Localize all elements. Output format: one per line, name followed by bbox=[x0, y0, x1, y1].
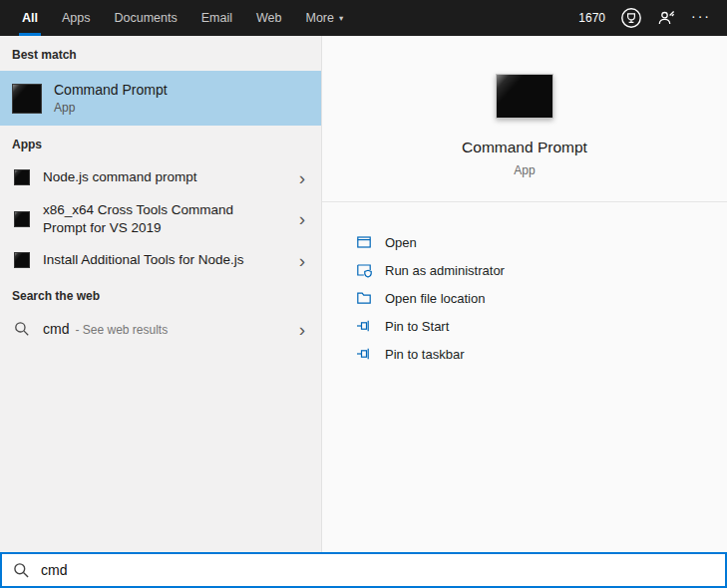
expand-chevron-icon[interactable]: › bbox=[289, 251, 315, 270]
action-pin-to-taskbar[interactable]: Pin to taskbar bbox=[356, 340, 727, 368]
tab-email[interactable]: Email bbox=[189, 0, 244, 36]
feedback-icon[interactable] bbox=[657, 9, 676, 28]
app-icon bbox=[14, 252, 30, 268]
search-the-web-header: Search the web bbox=[0, 277, 321, 312]
best-match-text: Command Prompt App bbox=[54, 82, 168, 115]
rewards-icon[interactable] bbox=[620, 7, 642, 29]
rewards-points-count: 1670 bbox=[578, 11, 605, 25]
result-web-search-cmd[interactable]: cmd- See web results › bbox=[0, 312, 321, 346]
taskbar-search-box[interactable] bbox=[0, 552, 727, 588]
search-icon bbox=[13, 562, 30, 579]
result-install-additional-tools[interactable]: Install Additional Tools for Node.js › bbox=[0, 243, 321, 277]
app-icon bbox=[14, 211, 30, 227]
search-input[interactable] bbox=[41, 562, 714, 578]
result-nodejs-command-prompt[interactable]: Node.js command prompt › bbox=[0, 160, 321, 194]
action-open-file-location[interactable]: Open file location bbox=[356, 284, 727, 312]
filter-tabs: All Apps Documents Email Web More ▾ bbox=[0, 0, 355, 36]
pin-icon bbox=[356, 318, 372, 334]
web-query: cmd bbox=[43, 321, 69, 337]
app-icon bbox=[14, 169, 30, 185]
tab-web[interactable]: Web bbox=[244, 0, 293, 36]
command-prompt-icon-large bbox=[496, 74, 553, 119]
web-result-text: cmd- See web results bbox=[43, 320, 168, 338]
action-open[interactable]: Open bbox=[356, 228, 727, 256]
result-command-prompt[interactable]: Command Prompt App bbox=[0, 71, 321, 126]
result-title: Install Additional Tools for Node.js bbox=[43, 251, 244, 269]
admin-shield-icon bbox=[356, 262, 372, 278]
preview-subtitle: App bbox=[514, 163, 535, 177]
expand-chevron-icon[interactable]: › bbox=[289, 320, 315, 339]
best-match-title: Command Prompt bbox=[54, 82, 168, 98]
open-icon bbox=[356, 234, 372, 250]
action-label: Open bbox=[385, 235, 417, 250]
topbar-right-cluster: 1670 ··· bbox=[578, 0, 727, 36]
action-run-as-administrator[interactable]: Run as administrator bbox=[356, 256, 727, 284]
folder-icon bbox=[356, 290, 372, 306]
action-label: Run as administrator bbox=[385, 263, 505, 278]
best-match-subtitle: App bbox=[54, 101, 168, 115]
tab-apps[interactable]: Apps bbox=[50, 0, 103, 36]
command-prompt-icon bbox=[12, 84, 42, 114]
tab-all[interactable]: All bbox=[10, 0, 50, 36]
tab-more[interactable]: More ▾ bbox=[293, 0, 355, 36]
best-match-header: Best match bbox=[0, 36, 321, 71]
apps-header: Apps bbox=[0, 126, 321, 160]
tab-documents[interactable]: Documents bbox=[102, 0, 188, 36]
more-options-icon[interactable]: ··· bbox=[691, 8, 711, 28]
result-title: Node.js command prompt bbox=[43, 168, 197, 186]
tab-more-label: More bbox=[305, 11, 333, 25]
expand-chevron-icon[interactable]: › bbox=[289, 168, 315, 187]
chevron-down-icon: ▾ bbox=[339, 13, 343, 23]
result-x86-x64-cross-tools[interactable]: x86_x64 Cross Tools Command Prompt for V… bbox=[0, 194, 321, 243]
preview-title: Command Prompt bbox=[462, 139, 587, 156]
action-label: Pin to taskbar bbox=[385, 347, 465, 362]
action-pin-to-start[interactable]: Pin to Start bbox=[356, 312, 727, 340]
search-icon bbox=[14, 321, 30, 337]
search-results-panel: Best match Command Prompt App Apps Node.… bbox=[0, 36, 321, 552]
action-list: Open Run as administrator Open file loca… bbox=[322, 202, 727, 368]
preview-header: Command Prompt App bbox=[322, 36, 727, 202]
expand-chevron-icon[interactable]: › bbox=[289, 209, 315, 228]
search-filter-bar: All Apps Documents Email Web More ▾ 1670 bbox=[0, 0, 727, 36]
preview-panel: Command Prompt App Open Run as administr… bbox=[321, 36, 727, 552]
web-suffix: - See web results bbox=[75, 323, 168, 337]
pin-icon bbox=[356, 346, 372, 362]
result-title: x86_x64 Cross Tools Command Prompt for V… bbox=[43, 201, 276, 236]
action-label: Open file location bbox=[385, 291, 485, 306]
action-label: Pin to Start bbox=[385, 319, 449, 334]
